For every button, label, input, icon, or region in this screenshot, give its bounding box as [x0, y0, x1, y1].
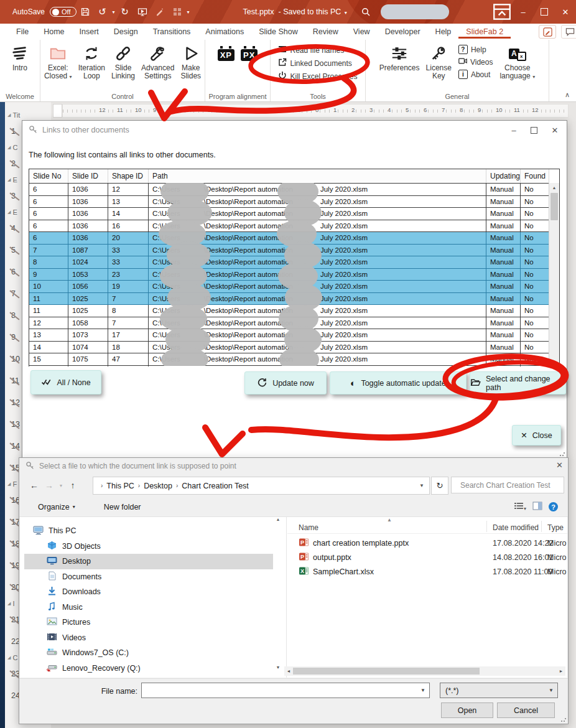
file-row-chart-creation-template-pptx[interactable]: Pchart creation template.pptx17.08.2020 …	[287, 536, 567, 550]
tree-item-3d-objects[interactable]: 3D Objects	[24, 539, 273, 554]
chevron-down-icon[interactable]: ▼	[420, 688, 425, 693]
scroll-left-icon[interactable]: ◄	[284, 669, 293, 673]
column-shape-id[interactable]: Shape ID	[108, 169, 149, 183]
section-header[interactable]: ◢E	[7, 207, 20, 217]
table-row[interactable]: 8102433C:\Users\Desktop\Report automatio…	[29, 256, 549, 269]
dialog-minimize-button[interactable]: –	[506, 123, 522, 137]
scrollbar-thumb[interactable]	[293, 668, 480, 674]
table-row[interactable]: 6103612C:\Users\Desktop\Report automatio…	[29, 184, 549, 196]
kill-excel-processes-button[interactable]: Kill Excel Processes	[278, 71, 357, 82]
slide-thumbnail-3[interactable]: 3	[7, 185, 20, 207]
table-row[interactable]: 6103616C:\Users\Desktop\Report automatio…	[29, 220, 549, 233]
links-table[interactable]: Slide NoSlide IDShape IDPathUpdatingFoun…	[29, 169, 560, 366]
column-slide-id[interactable]: Slide ID	[68, 169, 108, 183]
tab-file[interactable]: File	[9, 25, 36, 39]
links-dialog-titlebar[interactable]: Links to other documents	[22, 121, 567, 139]
table-row[interactable]: 7108733C:\Users\Desktop\Report automatio…	[29, 245, 549, 257]
column-type[interactable]: Type	[547, 523, 564, 532]
view-options-button[interactable]: ▾	[514, 502, 526, 512]
file-row-samplechart-xlsx[interactable]: XSampleChart.xlsx17.08.2020 11:09Micro	[287, 564, 567, 579]
organize-button[interactable]: Organize▾	[38, 503, 75, 511]
cancel-button[interactable]: Cancel	[497, 702, 555, 718]
file-row-output-pptx[interactable]: Poutput.pptx14.08.2020 16:01Micro	[287, 550, 567, 564]
tab-design[interactable]: Design	[106, 25, 146, 39]
breadcrumb-chart-creation-test[interactable]: Chart Creation Test	[182, 482, 248, 490]
slide-thumbnail-6[interactable]: 6	[7, 261, 20, 282]
table-row[interactable]: 14107418C:\Users\Desktop\Report automati…	[29, 342, 549, 354]
column-date-modified[interactable]: Date modified	[493, 523, 539, 532]
tree-item-music[interactable]: Music	[24, 600, 273, 615]
slide-thumbnail-4[interactable]: 4	[7, 217, 20, 239]
table-scrollbar[interactable]: ▲ ▼	[549, 183, 559, 366]
scroll-right-icon[interactable]: ►	[557, 669, 565, 673]
ribbon-display-options-button[interactable]	[491, 0, 513, 24]
table-row[interactable]: 1110257C:\Users\Desktop\Report automatio…	[29, 293, 549, 306]
autosave-toggle[interactable]: Off	[50, 7, 76, 17]
table-row[interactable]: 6103613C:\Users\Desktop\Report automatio…	[29, 196, 549, 208]
slide-thumbnail-14[interactable]: 14	[7, 435, 20, 457]
grid-button[interactable]	[169, 4, 185, 20]
open-button[interactable]: Open	[441, 702, 493, 718]
tab-review[interactable]: Review	[305, 25, 346, 39]
resize-grip[interactable]	[560, 716, 567, 722]
table-row[interactable]: 1210587C:\Users\Desktop\Report automatio…	[29, 317, 549, 330]
all-none-button[interactable]: All / None	[30, 370, 101, 394]
column-slide-no[interactable]: Slide No	[29, 169, 68, 183]
scroll-up-icon[interactable]: ▲	[549, 183, 559, 192]
document-title[interactable]: Test.pptx - Saved to this PC ▾	[243, 7, 348, 16]
tab-insert[interactable]: Insert	[72, 25, 106, 39]
search-icon[interactable]	[358, 4, 374, 20]
file-name-input[interactable]: ▼	[141, 683, 430, 698]
select-and-change-path-button[interactable]: Select and change path	[470, 371, 566, 394]
slide-thumbnail-13[interactable]: 13	[7, 413, 20, 435]
tree-item-documents[interactable]: Documents	[24, 569, 273, 585]
file-picker-close-icon[interactable]: ✕	[556, 460, 563, 470]
preview-pane-button[interactable]	[532, 502, 542, 512]
file-type-filter[interactable]: (*.*) ▼	[440, 683, 558, 698]
window-minimize-button[interactable]: –	[513, 0, 534, 24]
slide-thumbnail-11[interactable]: 11	[7, 370, 20, 391]
resize-grip[interactable]	[559, 450, 565, 457]
quick-access-dropdown-icon[interactable]: ▾	[187, 9, 190, 15]
tree-item-videos[interactable]: Videos	[24, 630, 273, 646]
slide-thumbnail-8[interactable]: 8	[7, 304, 20, 326]
redo-button[interactable]: ↻	[117, 4, 133, 20]
comments-icon[interactable]	[561, 25, 576, 39]
tree-item-lenovo-recovery-q-[interactable]: Lenovo_Recovery (Q:)	[24, 661, 273, 676]
slide-thumbnail-7[interactable]: 7	[7, 282, 20, 304]
present-button[interactable]	[134, 4, 151, 20]
window-maximize-button[interactable]	[534, 0, 555, 24]
slide-thumbnail-5[interactable]: 5	[7, 239, 20, 261]
slide-thumbnail-9[interactable]: 9	[7, 326, 20, 348]
videos-button[interactable]: Videos	[458, 57, 493, 67]
tree-item-windows7-os-c-[interactable]: Windows7_OS (C:)	[24, 645, 273, 661]
scroll-down-icon[interactable]: ▼	[549, 357, 559, 366]
tree-item-this-pc[interactable]: This PC	[24, 523, 273, 539]
tab-help[interactable]: Help	[428, 25, 459, 39]
help-icon[interactable]: ?	[549, 502, 558, 511]
column-updating[interactable]: Updating	[486, 169, 521, 183]
tab-slide-show[interactable]: Slide Show	[251, 25, 305, 39]
tab-slidefab-2[interactable]: SlideFab 2	[458, 25, 511, 39]
slide-thumbnail-10[interactable]: 10	[7, 348, 20, 370]
horizontal-scrollbar[interactable]: ◄ ►	[284, 666, 565, 676]
table-row[interactable]: 6103620C:\Users\Desktop\Report automatio…	[29, 232, 549, 245]
tree-item-desktop[interactable]: Desktop	[24, 554, 273, 569]
history-dropdown-icon[interactable]: ▾	[57, 483, 65, 488]
section-header[interactable]: ◢Tit	[7, 110, 20, 120]
ppt-to-excel-button[interactable]: PX	[241, 46, 258, 61]
section-header[interactable]: ◢E	[7, 174, 20, 185]
scrollbar-thumb[interactable]	[550, 193, 558, 220]
address-bar[interactable]: ›This PC›Desktop›Chart Creation Test ▼	[93, 477, 430, 495]
collapse-ribbon-icon[interactable]: ∧	[565, 91, 570, 99]
about-button[interactable]: iAbout	[458, 70, 493, 79]
scroll-down-icon[interactable]: ▼	[274, 665, 282, 670]
table-row[interactable]: 13107317C:\Users\Desktop\Report automati…	[29, 329, 549, 342]
table-row[interactable]: 6103614C:\Users\Desktop\Report automatio…	[29, 208, 549, 220]
table-row[interactable]: 15107547C:\Users\Desktop\Report automati…	[29, 353, 549, 366]
breadcrumb-desktop[interactable]: Desktop	[144, 482, 172, 490]
tab-animations[interactable]: Animations	[198, 25, 251, 39]
undo-button[interactable]: ↺	[95, 4, 111, 20]
file-picker-titlebar[interactable]: Select a file to which the document link…	[19, 458, 568, 474]
read-file-names-button[interactable]: Read file names	[278, 45, 357, 55]
